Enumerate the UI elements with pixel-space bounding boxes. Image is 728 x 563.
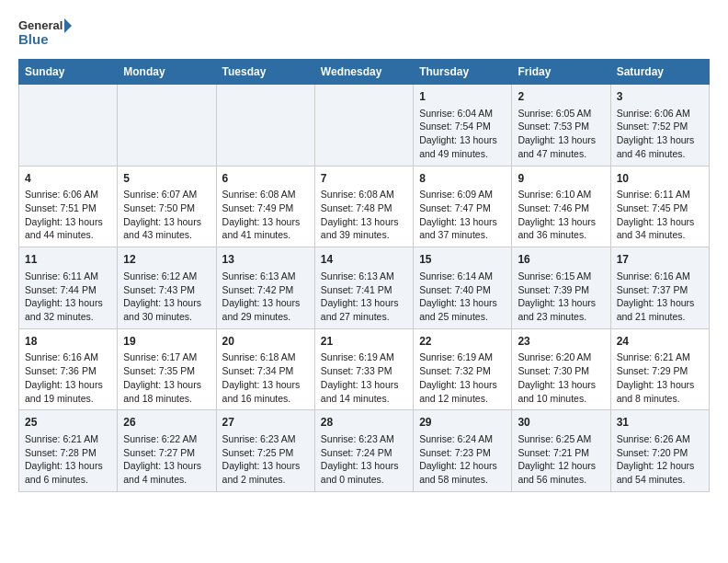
calendar-cell: 7Sunrise: 6:08 AMSunset: 7:48 PMDaylight…	[314, 166, 413, 247]
calendar-cell: 1Sunrise: 6:04 AMSunset: 7:54 PMDaylight…	[414, 85, 512, 167]
day-info: Daylight: 13 hours	[617, 215, 703, 229]
day-info: Daylight: 12 hours	[617, 459, 703, 473]
day-info: Daylight: 13 hours	[25, 215, 111, 229]
day-number: 24	[617, 334, 703, 350]
calendar-cell: 3Sunrise: 6:06 AMSunset: 7:52 PMDaylight…	[610, 85, 709, 167]
logo-svg: General Blue	[18, 15, 74, 52]
day-info: Sunset: 7:29 PM	[617, 364, 703, 378]
day-number: 15	[419, 252, 506, 268]
day-info: and 0 minutes.	[321, 473, 407, 487]
day-number: 19	[123, 334, 210, 350]
day-number: 31	[617, 415, 703, 431]
day-info: and 30 minutes.	[123, 310, 210, 324]
day-info: and 44 minutes.	[25, 228, 111, 242]
week-row-3: 11Sunrise: 6:11 AMSunset: 7:44 PMDayligh…	[19, 247, 710, 329]
day-info: Daylight: 13 hours	[222, 459, 309, 473]
day-info: Sunrise: 6:20 AM	[518, 350, 604, 364]
day-info: Sunset: 7:37 PM	[617, 283, 703, 297]
calendar-cell: 15Sunrise: 6:14 AMSunset: 7:40 PMDayligh…	[414, 247, 512, 329]
day-info: Sunset: 7:41 PM	[321, 283, 407, 297]
day-number: 28	[321, 415, 407, 431]
day-number: 23	[518, 334, 604, 350]
day-info: Sunrise: 6:18 AM	[222, 350, 309, 364]
day-header-friday: Friday	[512, 60, 610, 85]
week-row-2: 4Sunrise: 6:06 AMSunset: 7:51 PMDaylight…	[19, 166, 710, 247]
day-info: Sunrise: 6:16 AM	[617, 270, 703, 283]
day-info: Sunset: 7:28 PM	[25, 446, 111, 460]
day-info: Sunrise: 6:06 AM	[617, 107, 703, 121]
day-header-wednesday: Wednesday	[314, 60, 413, 85]
day-number: 1	[419, 89, 506, 105]
day-number: 27	[222, 415, 309, 431]
day-info: and 23 minutes.	[518, 310, 604, 324]
week-row-1: 1Sunrise: 6:04 AMSunset: 7:54 PMDaylight…	[19, 85, 710, 167]
calendar-cell: 28Sunrise: 6:23 AMSunset: 7:24 PMDayligh…	[314, 410, 413, 492]
day-number: 13	[222, 252, 309, 268]
day-info: and 16 minutes.	[222, 392, 309, 406]
day-info: Sunrise: 6:14 AM	[419, 270, 506, 283]
day-info: Sunset: 7:35 PM	[123, 364, 210, 378]
calendar-cell: 30Sunrise: 6:25 AMSunset: 7:21 PMDayligh…	[512, 410, 610, 492]
day-info: and 36 minutes.	[518, 228, 604, 242]
day-info: Sunset: 7:45 PM	[617, 201, 703, 215]
day-info: Daylight: 13 hours	[617, 296, 703, 310]
day-info: and 54 minutes.	[617, 473, 703, 487]
day-info: Sunrise: 6:17 AM	[123, 350, 210, 364]
day-info: Sunrise: 6:11 AM	[25, 270, 111, 283]
day-number: 11	[25, 252, 111, 268]
calendar-cell: 17Sunrise: 6:16 AMSunset: 7:37 PMDayligh…	[610, 247, 709, 329]
calendar-cell: 9Sunrise: 6:10 AMSunset: 7:46 PMDaylight…	[512, 166, 610, 247]
calendar-cell: 21Sunrise: 6:19 AMSunset: 7:33 PMDayligh…	[314, 328, 413, 410]
day-info: and 47 minutes.	[518, 147, 604, 161]
day-number: 30	[518, 415, 604, 431]
svg-text:Blue: Blue	[18, 31, 49, 47]
day-info: Daylight: 13 hours	[25, 296, 111, 310]
day-info: Sunrise: 6:05 AM	[518, 107, 604, 121]
day-number: 6	[222, 171, 309, 187]
day-number: 21	[321, 334, 407, 350]
day-number: 10	[617, 171, 703, 187]
day-number: 4	[25, 171, 111, 187]
day-number: 29	[419, 415, 506, 431]
day-info: Daylight: 13 hours	[123, 459, 210, 473]
day-info: and 25 minutes.	[419, 310, 506, 324]
day-info: Sunset: 7:53 PM	[518, 120, 604, 133]
day-number: 18	[25, 334, 111, 350]
day-info: Sunrise: 6:24 AM	[419, 432, 506, 446]
day-info: Daylight: 13 hours	[25, 378, 111, 392]
day-number: 8	[419, 171, 506, 187]
day-info: and 49 minutes.	[419, 147, 506, 161]
day-info: Daylight: 13 hours	[518, 133, 604, 147]
calendar-cell: 31Sunrise: 6:26 AMSunset: 7:20 PMDayligh…	[610, 410, 709, 492]
day-info: and 21 minutes.	[617, 310, 703, 324]
logo: General Blue	[18, 15, 74, 52]
day-info: Daylight: 13 hours	[123, 378, 210, 392]
day-info: Sunset: 7:40 PM	[419, 283, 506, 297]
day-info: Daylight: 13 hours	[321, 215, 407, 229]
day-number: 17	[617, 252, 703, 268]
day-info: Sunrise: 6:26 AM	[617, 432, 703, 446]
day-info: Sunrise: 6:11 AM	[617, 188, 703, 201]
day-info: Sunset: 7:20 PM	[617, 446, 703, 460]
calendar-cell: 29Sunrise: 6:24 AMSunset: 7:23 PMDayligh…	[414, 410, 512, 492]
day-info: Daylight: 13 hours	[321, 296, 407, 310]
day-header-sunday: Sunday	[19, 60, 118, 85]
day-info: Daylight: 13 hours	[321, 459, 407, 473]
day-info: Sunset: 7:36 PM	[25, 364, 111, 378]
day-info: Sunset: 7:39 PM	[518, 283, 604, 297]
calendar-cell: 14Sunrise: 6:13 AMSunset: 7:41 PMDayligh…	[314, 247, 413, 329]
day-info: Daylight: 13 hours	[419, 296, 506, 310]
day-info: Sunset: 7:24 PM	[321, 446, 407, 460]
day-info: Daylight: 13 hours	[222, 296, 309, 310]
calendar-cell: 18Sunrise: 6:16 AMSunset: 7:36 PMDayligh…	[19, 328, 118, 410]
day-info: Daylight: 12 hours	[518, 459, 604, 473]
calendar-cell: 16Sunrise: 6:15 AMSunset: 7:39 PMDayligh…	[512, 247, 610, 329]
day-number: 12	[123, 252, 210, 268]
day-info: and 43 minutes.	[123, 228, 210, 242]
day-info: Sunset: 7:50 PM	[123, 201, 210, 215]
day-info: Sunrise: 6:04 AM	[419, 107, 506, 121]
day-number: 22	[419, 334, 506, 350]
calendar-cell: 13Sunrise: 6:13 AMSunset: 7:42 PMDayligh…	[216, 247, 314, 329]
day-info: Daylight: 13 hours	[123, 296, 210, 310]
day-info: Sunset: 7:46 PM	[518, 201, 604, 215]
